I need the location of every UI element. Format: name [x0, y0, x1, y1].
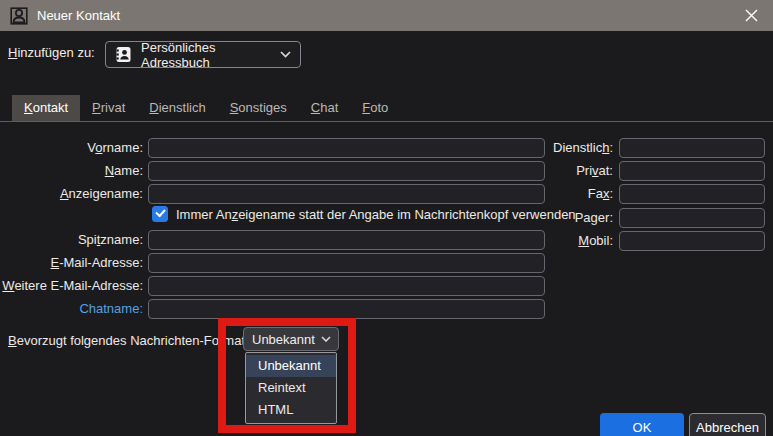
format-select[interactable]: Unbekannt	[243, 327, 339, 351]
addressbook-select[interactable]: Persönliches Adressbuch	[105, 41, 301, 68]
form-row: Chatname:	[0, 299, 773, 319]
close-button[interactable]	[739, 4, 763, 28]
tab-foto[interactable]: Foto	[350, 95, 400, 121]
mobil-input[interactable]	[619, 231, 765, 251]
format-menu: Unbekannt Reintext HTML	[245, 352, 337, 424]
chevron-down-icon	[321, 336, 331, 342]
format-selected-value: Unbekannt	[252, 332, 315, 347]
form-row: Weitere E-Mail-Adresse:	[0, 276, 773, 296]
titlebar: Neuer Kontakt	[0, 0, 773, 31]
close-icon	[745, 9, 758, 22]
form-row: Privat:	[0, 161, 773, 181]
format-label: Bevorzugt folgendes Nachrichten-Format:	[8, 333, 249, 348]
privat-label: Privat:	[576, 161, 613, 181]
add-to-label: Hinzufügen zu:	[8, 45, 95, 60]
tab-bar: Kontakt Privat Dienstlich Sonstiges Chat…	[12, 95, 400, 121]
new-contact-dialog: Neuer Kontakt Hinzufügen zu: Persönliche…	[0, 0, 773, 436]
menu-item-reintext[interactable]: Reintext	[246, 377, 336, 399]
tab-privat[interactable]: Privat	[80, 95, 137, 121]
contact-person-icon	[10, 7, 28, 25]
pager-label: Pager:	[575, 208, 613, 228]
tab-separator	[0, 121, 773, 122]
form-row: Fax:	[0, 184, 773, 204]
dienstlich-input[interactable]	[619, 138, 765, 158]
addressbook-selected-value: Persönliches Adressbuch	[141, 40, 271, 70]
form-row: Mobil:	[0, 231, 773, 251]
fax-label: Fax:	[588, 184, 613, 204]
cancel-button[interactable]: Abbrechen	[689, 413, 766, 436]
menu-item-html[interactable]: HTML	[246, 399, 336, 421]
tab-sonstiges[interactable]: Sonstiges	[218, 95, 299, 121]
window-title: Neuer Kontakt	[37, 8, 120, 23]
tab-kontakt[interactable]: Kontakt	[12, 95, 80, 121]
chatname-input[interactable]	[148, 299, 545, 319]
fax-input[interactable]	[619, 184, 765, 204]
menu-item-unbekannt[interactable]: Unbekannt	[246, 355, 336, 377]
mobil-label: Mobil:	[578, 231, 613, 251]
ok-button[interactable]: OK	[600, 413, 684, 436]
chevron-down-icon	[280, 51, 291, 58]
weitere-email-input[interactable]	[148, 276, 545, 296]
pager-input[interactable]	[619, 208, 765, 228]
email-input[interactable]	[148, 253, 545, 273]
form-row: Pager:	[0, 208, 773, 228]
form-row: Dienstlich:	[0, 138, 773, 158]
addressbook-icon	[115, 46, 132, 63]
email-label: E-Mail-Adresse:	[51, 253, 143, 273]
form-row: E-Mail-Adresse:	[0, 253, 773, 273]
weitere-email-label: Weitere E-Mail-Adresse:	[2, 276, 143, 296]
privat-input[interactable]	[619, 161, 765, 181]
tab-dienstlich[interactable]: Dienstlich	[137, 95, 217, 121]
tab-chat[interactable]: Chat	[299, 95, 350, 121]
dienstlich-label: Dienstlich:	[553, 138, 613, 158]
chatname-label[interactable]: Chatname:	[79, 299, 143, 319]
